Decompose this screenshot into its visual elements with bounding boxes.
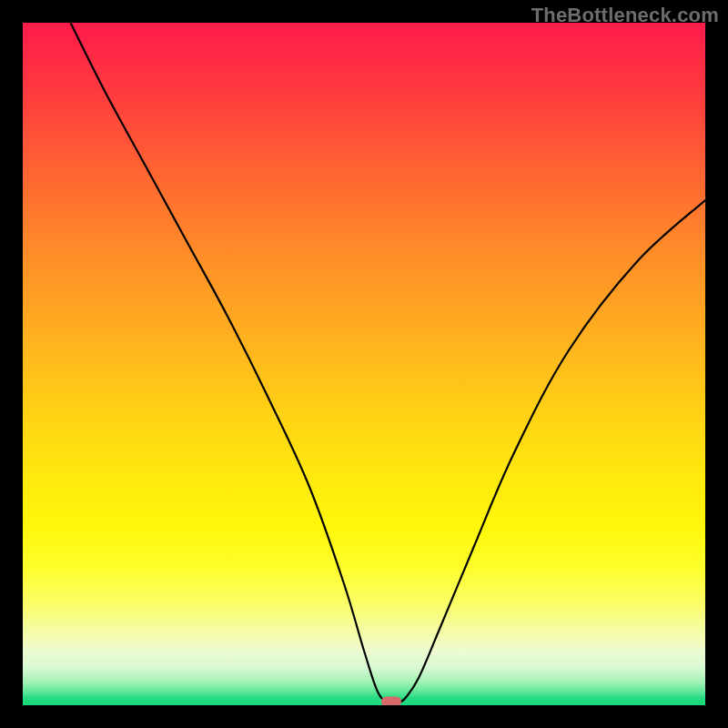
optimum-marker [381, 697, 401, 705]
curve-svg [23, 23, 705, 705]
watermark-text: TheBottleneck.com [531, 4, 719, 27]
chart-frame: TheBottleneck.com [0, 0, 728, 728]
plot-area [23, 23, 705, 705]
bottleneck-curve [71, 23, 706, 703]
